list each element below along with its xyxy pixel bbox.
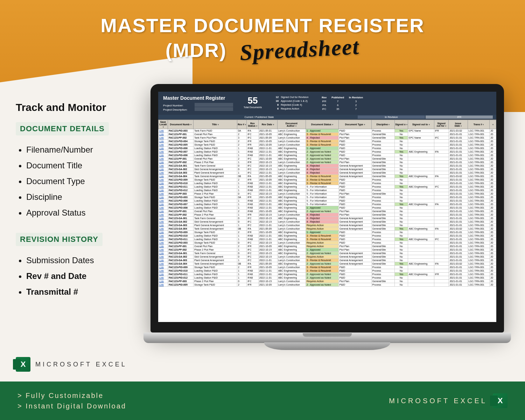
table-cell[interactable]: P&ID <box>338 266 371 269</box>
table-cell[interactable]: ABC Engineering <box>277 217 306 220</box>
save-link[interactable]: Link <box>159 136 164 139</box>
table-cell[interactable]: 5 - For Information <box>306 199 338 203</box>
table-cell[interactable]: 20 <box>490 161 496 164</box>
table-cell[interactable]: FAC123-PP-001 <box>168 133 194 136</box>
table-cell[interactable]: FAC123-GA-001 <box>168 252 194 255</box>
table-cell[interactable]: IFR <box>247 231 258 234</box>
table-cell[interactable] <box>434 217 449 220</box>
table-cell[interactable]: Larry's Construction <box>277 224 306 227</box>
save-link[interactable]: Link <box>159 154 164 156</box>
save-link[interactable]: Link <box>159 270 164 272</box>
table-cell[interactable]: 2021-01-01 <box>449 210 468 213</box>
table-cell[interactable]: Process <box>371 196 395 199</box>
table-cell[interactable]: 2021-01-01 <box>449 133 468 136</box>
table-cell[interactable]: 2022-11-01 <box>258 269 277 273</box>
table-cell[interactable]: 2021-10-05 <box>258 283 277 287</box>
table-cell[interactable]: Link <box>159 143 168 147</box>
table-cell[interactable]: Requires Action <box>306 241 338 245</box>
table-cell[interactable]: LGC-TRN-001 <box>468 192 490 196</box>
table-cell[interactable]: FAC123-PID-010 <box>168 269 194 273</box>
table-cell[interactable]: 20 <box>490 231 496 234</box>
column-header[interactable]: Trans # ▾ <box>468 120 490 129</box>
table-row[interactable]: LinkFAC123-GA-004Tank General Arrangemen… <box>159 227 496 231</box>
table-row[interactable]: LinkFAC123-GA-002Skid General Arrangemen… <box>159 168 496 171</box>
table-cell[interactable]: FAC123-GA-002 <box>168 168 194 171</box>
table-cell[interactable]: Link <box>159 168 168 171</box>
table-cell[interactable]: LGC-TRN-001 <box>468 255 490 259</box>
table-row[interactable]: LinkFAC123-PID-008Loading Station P&ID1I… <box>159 206 496 210</box>
table-cell[interactable] <box>434 248 449 252</box>
table-cell[interactable]: 0 <box>237 280 247 283</box>
table-cell[interactable]: 4 - Rejected <box>306 213 338 217</box>
table-cell[interactable] <box>434 189 449 192</box>
table-cell[interactable]: 2021-01-01 <box>449 213 468 217</box>
table-cell[interactable]: IFA <box>247 175 258 178</box>
table-cell[interactable]: Link <box>159 283 168 287</box>
table-cell[interactable]: Tank Farm Plot Plan <box>194 136 237 140</box>
table-cell[interactable]: IFAB <box>247 206 258 210</box>
table-cell[interactable]: IFC <box>247 168 258 171</box>
table-cell[interactable]: 2022-10-15 <box>258 255 277 259</box>
table-cell[interactable]: LGC-TRN-001 <box>468 234 490 238</box>
table-cell[interactable]: Tank Farm General <box>194 217 237 220</box>
save-link[interactable]: Link <box>159 255 164 258</box>
table-cell[interactable]: ABC Engineering <box>408 238 434 241</box>
table-cell[interactable]: Storage Tank P&ID <box>194 178 237 182</box>
table-cell[interactable]: 20 <box>490 182 496 185</box>
table-cell[interactable] <box>434 276 449 280</box>
table-row[interactable]: LinkFAC123-GA-003Plant General Arrangeme… <box>159 259 496 262</box>
table-cell[interactable]: P&ID <box>338 129 371 133</box>
table-cell[interactable]: Link <box>159 273 168 276</box>
column-header[interactable]: Rev Date ▾ <box>258 120 277 129</box>
table-cell[interactable]: Link <box>159 210 168 213</box>
table-cell[interactable]: FAC123-PID-009 <box>168 266 194 269</box>
save-link[interactable]: Link <box>159 217 164 219</box>
table-cell[interactable]: General/Site <box>371 213 395 217</box>
table-cell[interactable]: Link <box>159 196 168 199</box>
table-cell[interactable] <box>408 269 434 273</box>
table-cell[interactable]: P&ID <box>338 147 371 150</box>
table-cell[interactable]: General Arrangement <box>338 164 371 168</box>
save-link[interactable]: Link <box>159 186 164 188</box>
table-cell[interactable]: Link <box>159 255 168 259</box>
table-cell[interactable]: Link <box>159 203 168 206</box>
table-cell[interactable]: ABC Engineering <box>277 248 306 252</box>
table-cell[interactable]: 2021-03-02 <box>449 227 468 231</box>
table-cell[interactable]: Tank Farm P&ID <box>194 129 237 133</box>
table-cell[interactable]: 3 - Revise & Resubmit <box>306 269 338 273</box>
table-cell[interactable]: 2021-01-01 <box>449 283 468 287</box>
table-cell[interactable]: 2022-11-01 <box>258 150 277 154</box>
table-cell[interactable]: ABC Engineering <box>277 178 306 182</box>
meta-input[interactable] <box>195 103 233 107</box>
table-cell[interactable]: 2021-01-01 <box>449 140 468 143</box>
table-cell[interactable]: FAC123-PP-001 <box>168 210 194 213</box>
table-cell[interactable]: 2 - Approved as Noted <box>306 262 338 266</box>
table-cell[interactable]: 20 <box>490 283 496 287</box>
table-cell[interactable] <box>408 140 434 143</box>
save-link[interactable]: Link <box>159 164 164 167</box>
table-cell[interactable]: 20 <box>490 210 496 213</box>
table-cell[interactable]: ABC Engineering <box>277 196 306 199</box>
table-cell[interactable]: 20 <box>490 192 496 196</box>
table-cell[interactable]: 2 - Approved as Noted <box>306 161 338 164</box>
table-row[interactable]: LinkFAC123-PID-010Loading Station P&ID1I… <box>159 269 496 273</box>
table-cell[interactable] <box>434 164 449 168</box>
table-cell[interactable]: 2022-10-15 <box>258 280 277 283</box>
table-cell[interactable]: FAC123-PID-007 <box>168 150 194 154</box>
table-cell[interactable] <box>408 276 434 280</box>
table-cell[interactable]: 0 <box>237 164 247 168</box>
table-cell[interactable]: 3 - Revise & Resubmit <box>306 266 338 269</box>
table-cell[interactable]: FAC123-GA-004 <box>168 175 194 178</box>
table-cell[interactable]: 3 <box>237 136 247 140</box>
table-cell[interactable]: General Arrangement <box>338 255 371 259</box>
table-cell[interactable]: Larry's Construction <box>277 129 306 133</box>
table-row[interactable]: LinkFAC123-PID-009Storage Tank P&ID2IFR2… <box>159 266 496 269</box>
table-cell[interactable]: No <box>395 210 408 213</box>
table-cell[interactable]: 2 - Approved as Noted <box>306 210 338 213</box>
table-cell[interactable]: No <box>395 164 408 168</box>
table-cell[interactable]: General/Site <box>371 262 395 266</box>
table-row[interactable]: LinkFAC123-PP-002Tank Farm Plot Plan3IFC… <box>159 136 496 140</box>
table-cell[interactable]: 1 <box>237 269 247 273</box>
table-cell[interactable]: General/Site <box>371 217 395 220</box>
table-cell[interactable]: LGC-TRN-001 <box>468 252 490 255</box>
